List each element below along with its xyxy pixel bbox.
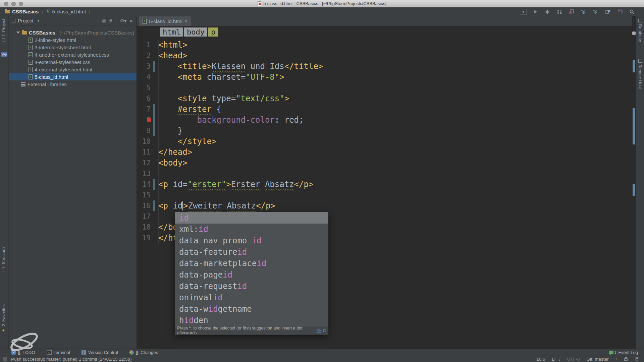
completion-item-id[interactable]: id bbox=[175, 212, 328, 224]
tree-root-row[interactable]: CSSBasics (~/PhpStormProjects/CSSBasics) bbox=[9, 29, 137, 36]
code-line-13[interactable]: 13 bbox=[137, 168, 632, 179]
completion-item-data-featureid[interactable]: data-featureid bbox=[175, 246, 328, 258]
css-color-preview-swatch[interactable] bbox=[147, 118, 151, 122]
code-text: <body> bbox=[158, 158, 187, 168]
tool-window-switcher-icon[interactable] bbox=[3, 357, 7, 361]
breadcrumb-tag-body[interactable]: body bbox=[184, 27, 207, 37]
svg-text:VCS: VCS bbox=[593, 9, 597, 11]
vcs-update-icon[interactable]: VCS bbox=[580, 9, 587, 15]
run-icon[interactable] bbox=[532, 9, 539, 15]
phpstorm-flame-icon: ƒ bbox=[5, 53, 7, 56]
vcs-change-marker bbox=[153, 179, 155, 190]
code-line-6[interactable]: 6 <style type="text/css"> bbox=[137, 93, 632, 104]
code-token: <p bbox=[158, 201, 168, 210]
tree-file-4-another-external-stylesheet.css[interactable]: css4-another-external-stylesheet.css bbox=[9, 51, 137, 58]
run-config-dropdown-icon[interactable]: ▾ bbox=[520, 9, 527, 15]
error-stripe-change-mark[interactable] bbox=[633, 184, 635, 196]
tool-button-project[interactable]: 1: Project bbox=[1, 19, 6, 42]
caret-position[interactable]: 16:6 bbox=[536, 357, 545, 362]
code-line-1[interactable]: 1<html> bbox=[137, 40, 632, 50]
tree-file-5-class_id.html[interactable]: h5-class_id.html bbox=[9, 73, 137, 80]
tool-button-structure[interactable]: ⁘ 7: Structure bbox=[1, 247, 6, 273]
search-icon[interactable] bbox=[629, 9, 635, 15]
title-bar[interactable]: 5-class_id.html - CSSBasics - [~/PhpStor… bbox=[0, 0, 644, 7]
close-window-button[interactable] bbox=[4, 2, 8, 6]
expand-arrow-icon[interactable] bbox=[16, 32, 20, 34]
tree-file-4-external-stylesheet.html[interactable]: h4-external-stylesheet.html bbox=[9, 66, 137, 73]
completion-item-data-pageid[interactable]: data-pageid bbox=[175, 269, 328, 281]
line-separator[interactable]: LF ↕ bbox=[552, 357, 560, 362]
code-line-10[interactable]: 10 </style> bbox=[137, 136, 632, 147]
inspection-indicator-icon[interactable] bbox=[632, 32, 636, 35]
code-line-9[interactable]: 9 } bbox=[137, 125, 632, 136]
tree-file-2-inline-styles.html[interactable]: h2-inline-styles.html bbox=[9, 36, 137, 44]
breadcrumb-file[interactable]: 5-class_id.html bbox=[52, 9, 86, 14]
breadcrumb-project[interactable]: CSSBasics bbox=[12, 9, 39, 14]
code-line-12[interactable]: 12<body> bbox=[137, 158, 632, 168]
tree-file-3-internal-stylesheet.html[interactable]: h3-internal-stylesheet.html bbox=[9, 44, 137, 51]
code-line-7[interactable]: 7 #erster { bbox=[137, 104, 632, 115]
tool-button-favorites[interactable]: ★ 2: Favorites bbox=[1, 304, 6, 332]
code-line-14[interactable]: 14<p id="erster">Erster Absatz</p> bbox=[137, 179, 632, 190]
tree-external-libraries[interactable]: External Libraries bbox=[9, 80, 137, 88]
completion-item-hidden[interactable]: hidden bbox=[175, 315, 328, 326]
zoom-window-button[interactable] bbox=[19, 2, 23, 6]
undo-icon[interactable] bbox=[616, 9, 623, 15]
file-encoding[interactable]: UTF-8 bbox=[567, 357, 580, 362]
completion-item-data-widgetname[interactable]: data-widgetname bbox=[175, 303, 328, 315]
completion-item-match: id bbox=[257, 259, 266, 268]
completion-item-data-nav-promo-id[interactable]: data-nav-promo-id bbox=[175, 235, 328, 246]
project-view-dropdown-icon[interactable]: ▼ bbox=[37, 19, 40, 22]
locate-file-icon[interactable]: ◎ bbox=[102, 18, 106, 23]
tool-button-todo[interactable]: ✓6: TODO bbox=[11, 350, 35, 355]
completion-item-data-requestid[interactable]: data-requestid bbox=[175, 281, 328, 292]
tool-button-changes[interactable]: 9: Changes bbox=[129, 350, 158, 355]
tree-file-4-external-stylesheet.css[interactable]: css4-external-stylesheet.css bbox=[9, 58, 137, 66]
tab-close-icon[interactable]: × bbox=[185, 18, 187, 24]
minimize-window-button[interactable] bbox=[11, 2, 16, 6]
code-line-16[interactable]: 16<p id>Zweiter Absatz</p> bbox=[137, 200, 632, 211]
line-number: 13 bbox=[137, 170, 151, 178]
recent-changes-icon[interactable] bbox=[604, 9, 611, 15]
completion-item-xml:id[interactable]: xml:id bbox=[175, 224, 328, 235]
code-line-3[interactable]: 3 <title>Klassen und Ids</title> bbox=[137, 61, 632, 72]
tool-button-versioncontrol[interactable]: Version Control bbox=[82, 350, 118, 355]
attach-debugger-icon[interactable] bbox=[568, 9, 575, 15]
tool-button-remote-host[interactable]: Remote Host bbox=[638, 59, 642, 89]
coverage-icon[interactable] bbox=[556, 9, 563, 15]
project-panel-title[interactable]: Project bbox=[18, 18, 34, 23]
tool-button-event-log[interactable]: 1 Event Log bbox=[609, 350, 638, 355]
bottom-tool-window-bar: ✓6: TODO>_TerminalVersion Control9: Chan… bbox=[0, 349, 644, 356]
lock-icon[interactable] bbox=[624, 357, 628, 361]
git-branch[interactable]: Git: master bbox=[586, 357, 608, 362]
completion-more-link[interactable]: >> bbox=[317, 328, 322, 333]
code-line-8[interactable]: 8 background-color: red; bbox=[137, 115, 632, 125]
breadcrumb-tag-p[interactable]: p bbox=[208, 27, 218, 37]
completion-item-oninvalid[interactable]: oninvalid bbox=[175, 292, 328, 303]
breadcrumb-tag-html[interactable]: html bbox=[160, 27, 183, 37]
line-number: 7 bbox=[137, 105, 151, 113]
code-line-4[interactable]: 4 <meta charset="UTF-8"> bbox=[137, 72, 632, 82]
error-stripe-change-mark[interactable] bbox=[633, 60, 635, 72]
code-token bbox=[222, 201, 227, 210]
debug-icon[interactable] bbox=[544, 9, 551, 15]
scroll-from-source-icon[interactable]: ⧣ bbox=[109, 18, 112, 23]
hector-inspector-icon[interactable] bbox=[635, 357, 639, 361]
tool-button-database[interactable]: Database bbox=[638, 19, 642, 42]
completion-item-match: id bbox=[179, 213, 189, 223]
collapse-all-icon[interactable]: ⇤ bbox=[130, 18, 134, 23]
code-line-11[interactable]: 11</head> bbox=[137, 147, 632, 158]
vcs-commit-icon[interactable]: VCS bbox=[592, 9, 599, 15]
editor-tab-active[interactable]: h 5-class_id.html × bbox=[139, 16, 191, 26]
error-stripe-change-mark[interactable] bbox=[633, 108, 635, 144]
tool-button-terminal[interactable]: >_Terminal bbox=[47, 350, 70, 355]
code-token: <html> bbox=[158, 40, 187, 50]
code-line-2[interactable]: 2<head> bbox=[137, 50, 632, 61]
gear-icon[interactable]: ⚙▾ bbox=[120, 18, 127, 23]
completion-item-data-marketplaceid[interactable]: data-marketplaceid bbox=[175, 258, 328, 269]
branch-switch-icon[interactable]: ↕ bbox=[615, 357, 618, 361]
error-stripe[interactable] bbox=[632, 16, 636, 349]
code-line-5[interactable]: 5 bbox=[137, 82, 632, 93]
code-token: id bbox=[168, 201, 182, 210]
code-line-15[interactable]: 15 bbox=[137, 190, 632, 200]
